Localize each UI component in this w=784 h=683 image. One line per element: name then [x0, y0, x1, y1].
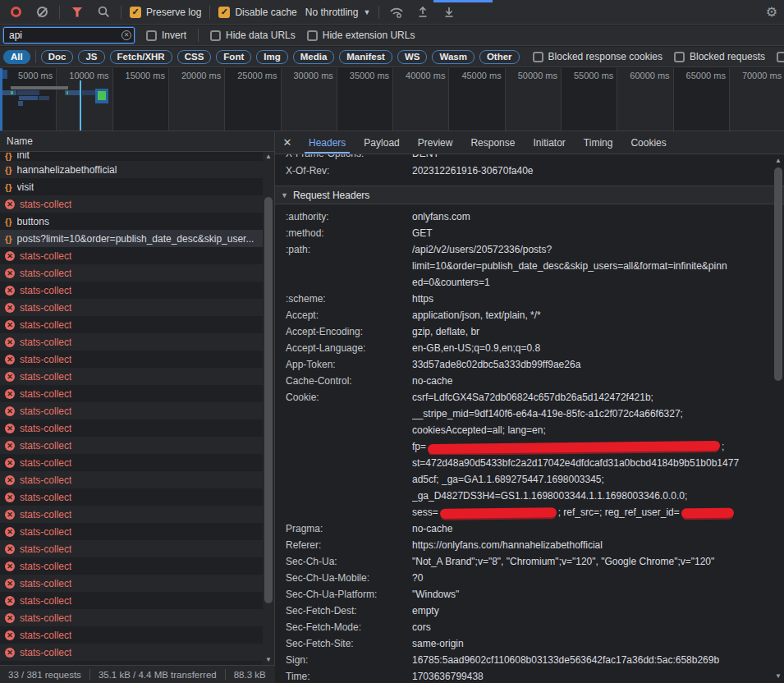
scroll-up-icon[interactable]: ▲	[263, 152, 274, 162]
request-row[interactable]: ✕stats-collect	[0, 471, 274, 488]
request-row[interactable]: {}init	[0, 152, 274, 161]
request-row[interactable]: ✕stats-collect	[0, 609, 274, 626]
clear-button[interactable]	[33, 3, 51, 21]
request-row[interactable]: ✕stats-collect	[0, 454, 274, 471]
blocked-response-cookies-checkbox[interactable]: Blocked response cookies	[533, 51, 663, 62]
filter-button[interactable]	[68, 3, 86, 21]
tab-timing[interactable]: Timing	[575, 131, 622, 154]
request-row[interactable]: ✕stats-collect	[0, 557, 274, 575]
error-icon: ✕	[5, 389, 15, 399]
hide-extension-urls-checkbox[interactable]: Hide extension URLs	[307, 30, 415, 41]
header-value-line: st=472d48a90d5433bfc2a2d17042e4dfdcafd31…	[412, 455, 771, 471]
filter-pill-font[interactable]: Font	[216, 50, 251, 64]
scroll-down-icon[interactable]: ▼	[773, 672, 784, 681]
request-row[interactable]: ✕stats-collect	[0, 402, 274, 419]
header-row: Time:1703636799438	[275, 668, 784, 683]
filter-pill-media[interactable]: Media	[293, 50, 335, 64]
name-column-header[interactable]: Name	[0, 131, 274, 152]
filter-pill-js[interactable]: JS	[78, 50, 104, 64]
request-row[interactable]: ✕stats-collect	[0, 523, 274, 540]
scrollbar-thumb[interactable]	[774, 167, 782, 381]
network-overview-timeline[interactable]: 5000 ms10000 ms15000 ms20000 ms25000 ms3…	[0, 68, 784, 131]
timeline-tick-label: 20000 ms	[168, 71, 221, 80]
request-row[interactable]: {}visit	[0, 178, 274, 195]
checkbox-unchecked-icon	[777, 52, 784, 62]
tab-response[interactable]: Response	[461, 131, 524, 154]
export-har-button[interactable]	[440, 3, 458, 21]
request-row[interactable]: ✕stats-collect	[0, 419, 274, 437]
request-headers-section-header[interactable]: ▼ Request Headers	[275, 186, 784, 204]
error-icon: ✕	[5, 510, 15, 520]
filter-pill-fetch-xhr[interactable]: Fetch/XHR	[110, 50, 172, 64]
search-button[interactable]	[94, 3, 112, 21]
tab-cookies[interactable]: Cookies	[621, 131, 675, 154]
request-row[interactable]: ✕stats-collect	[0, 488, 274, 506]
request-name: stats-collect	[20, 612, 71, 624]
fetch-xhr-icon: {}	[5, 234, 12, 244]
value-text: cookiesAccepted=all; lang=en;	[412, 424, 546, 436]
filter-pill-other[interactable]: Other	[479, 50, 520, 64]
filter-pill-ws[interactable]: WS	[397, 50, 428, 64]
request-row[interactable]: ✕stats-collect	[0, 506, 274, 523]
header-name: Sec-Fetch-Dest:	[275, 603, 412, 619]
scrollbar-thumb[interactable]	[264, 197, 273, 603]
filter-pill-css[interactable]: CSS	[177, 50, 212, 64]
throttling-dropdown[interactable]: No throttling ▼	[305, 7, 371, 18]
details-scrollbar[interactable]: ▲ ▼	[773, 154, 784, 683]
import-har-button[interactable]	[414, 3, 432, 21]
request-name: stats-collect	[20, 578, 71, 589]
invert-checkbox[interactable]: Invert	[146, 30, 186, 41]
request-row[interactable]: ✕stats-collect	[0, 540, 274, 557]
request-row[interactable]: ✕stats-collect	[0, 644, 274, 661]
request-list-scrollbar[interactable]: ▲ ▼	[263, 152, 274, 665]
error-icon: ✕	[5, 286, 15, 296]
divider	[89, 669, 90, 680]
waterfall-bar	[66, 91, 68, 94]
request-row[interactable]: ✕stats-collect	[0, 282, 274, 299]
request-row[interactable]: ✕stats-collect	[0, 437, 274, 454]
request-row[interactable]: ✕stats-collect	[0, 264, 274, 282]
request-row[interactable]: ✕stats-collect	[0, 351, 274, 368]
request-row[interactable]: ✕stats-collect	[0, 592, 274, 609]
clear-filter-icon[interactable]: ✕	[121, 30, 131, 40]
tab-preview[interactable]: Preview	[409, 131, 462, 154]
request-row[interactable]: {}hannahelizabethofficial	[0, 161, 274, 178]
filter-pill-doc[interactable]: Doc	[41, 50, 74, 64]
request-row[interactable]: {}buttons	[0, 213, 274, 230]
record-button[interactable]	[7, 3, 25, 21]
request-row[interactable]: ✕stats-collect	[0, 299, 274, 316]
filter-input[interactable]	[3, 27, 135, 44]
divider	[59, 6, 60, 19]
header-name: Accept:	[275, 307, 412, 323]
request-row[interactable]: ✕stats-collect	[0, 368, 274, 385]
tab-payload[interactable]: Payload	[355, 131, 408, 154]
request-row[interactable]: ✕stats-collect	[0, 195, 274, 213]
settings-gear-icon[interactable]: ⚙	[766, 4, 777, 20]
blocked-requests-checkbox[interactable]: Blocked requests	[674, 51, 765, 62]
preserve-log-checkbox[interactable]: ✓ Preserve log	[130, 7, 201, 18]
filter-pill-wasm[interactable]: Wasm	[432, 50, 474, 64]
request-row[interactable]: {}posts?limit=10&order=publish_date_desc…	[0, 230, 274, 247]
request-row[interactable]: ✕stats-collect	[0, 316, 274, 333]
timeline-tick-label: 65000 ms	[673, 71, 726, 80]
request-row[interactable]: ✕stats-collect	[0, 575, 274, 592]
request-row[interactable]: ✕stats-collect	[0, 626, 274, 644]
header-row: Sec-Ch-Ua:"Not_A Brand";v="8", "Chromium…	[275, 553, 784, 570]
scroll-up-icon[interactable]: ▲	[773, 156, 784, 166]
third-party-requests-checkbox[interactable]: 3rd-party requests	[777, 51, 784, 62]
filter-pill-manifest[interactable]: Manifest	[339, 50, 392, 64]
network-conditions-icon	[389, 6, 405, 18]
request-row[interactable]: ✕stats-collect	[0, 385, 274, 402]
request-row[interactable]: ✕stats-collect	[0, 247, 274, 264]
tab-initiator[interactable]: Initiator	[524, 131, 574, 154]
header-row: :path:/api2/v2/users/20572336/posts?limi…	[275, 241, 784, 291]
scroll-down-icon[interactable]: ▼	[263, 655, 274, 665]
filter-pill-all[interactable]: All	[3, 50, 30, 64]
filter-pill-img[interactable]: Img	[256, 50, 287, 64]
network-conditions-button[interactable]	[387, 3, 406, 21]
request-row[interactable]: ✕stats-collect	[0, 333, 274, 351]
close-details-button[interactable]: ✕	[275, 131, 300, 154]
tab-headers[interactable]: Headers	[300, 131, 355, 154]
hide-data-urls-checkbox[interactable]: Hide data URLs	[210, 30, 296, 41]
disable-cache-checkbox[interactable]: ✓ Disable cache	[218, 7, 296, 18]
